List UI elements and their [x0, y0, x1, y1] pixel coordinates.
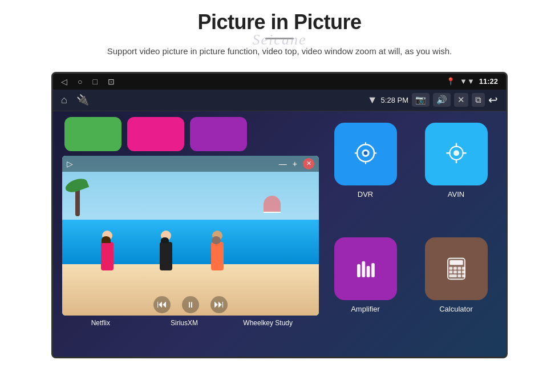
svg-rect-23 [449, 274, 456, 277]
recents-nav-icon[interactable]: □ [92, 77, 97, 86]
pip-close-btn[interactable]: ✕ [303, 158, 314, 169]
status-bar-right: 📍 ▼▼ 11:22 [446, 77, 498, 86]
back-nav-icon[interactable]: ◁ [61, 77, 67, 86]
svg-rect-20 [453, 270, 457, 273]
umbrella [264, 196, 281, 213]
svg-rect-25 [462, 274, 465, 277]
wheelkey-label: Wheelkey Study [226, 319, 310, 327]
wifi-toolbar-icon: ▼ [367, 94, 378, 106]
home-nav-icon[interactable]: ○ [78, 77, 82, 86]
icons-grid: DVR AVIN [315, 111, 506, 357]
pip-controls-bar: ▷ — + ✕ [62, 156, 319, 172]
page-title: Picture in Picture [34, 10, 525, 34]
pip-minimize-btn[interactable]: — [279, 159, 287, 168]
svg-rect-15 [449, 266, 452, 269]
toolbar-right: ▼ 5:28 PM 📷 🔊 ✕ ⧉ ↩ [367, 93, 498, 107]
avin-icon [425, 123, 488, 185]
prev-btn[interactable]: ⏮ [153, 296, 171, 313]
signal-icon: ▼▼ [460, 77, 475, 86]
device-frame: ◁ ○ □ ⊡ 📍 ▼▼ 11:22 ⌂ 🔌 ▼ 5:28 PM 📷 🔊 ✕ ⧉… [51, 72, 508, 358]
title-divider [265, 38, 294, 39]
close-toolbar-icon[interactable]: ✕ [454, 93, 468, 107]
svg-rect-10 [362, 261, 365, 277]
page-subtitle: Support video picture in picture functio… [34, 45, 525, 58]
page-header: Picture in Picture Seicane Support video… [0, 0, 559, 72]
app-labels-row: Netflix SiriusXM Wheelkey Study [59, 316, 310, 329]
svg-point-4 [453, 150, 459, 156]
play-btn[interactable]: ⏸ [182, 296, 199, 313]
calculator-icon [425, 237, 488, 300]
svg-rect-9 [357, 264, 360, 277]
netflix-label: Netflix [59, 319, 143, 327]
svg-rect-21 [457, 270, 461, 273]
volume-toolbar-icon[interactable]: 🔊 [433, 93, 451, 107]
status-bar: ◁ ○ □ ⊡ 📍 ▼▼ 11:22 [53, 74, 506, 90]
pip-toolbar-icon[interactable]: ⧉ [472, 93, 485, 107]
app-card-calculator[interactable]: Calculator [414, 237, 498, 345]
netflix-icon-placeholder[interactable] [64, 117, 121, 151]
app-card-dvr[interactable]: DVR [323, 123, 407, 231]
dvr-icon [334, 123, 397, 185]
siriusxm-label: SiriusXM [143, 319, 226, 327]
app-row-top [59, 117, 247, 151]
status-time: 11:22 [479, 77, 498, 86]
status-bar-left: ◁ ○ □ ⊡ [61, 77, 115, 86]
amplifier-label: Amplifier [351, 305, 380, 313]
back-toolbar-icon[interactable]: ↩ [488, 93, 498, 107]
screenshot-nav-icon[interactable]: ⊡ [108, 77, 115, 86]
dvr-label: DVR [358, 190, 373, 199]
pip-video-scene [62, 156, 319, 316]
siriusxm-icon-placeholder[interactable] [127, 117, 184, 151]
svg-rect-24 [457, 274, 461, 277]
svg-rect-12 [371, 263, 375, 277]
pip-container: ▷ — + ✕ [62, 156, 319, 316]
figure-2 [160, 231, 172, 270]
app-card-avin[interactable]: AVIN [414, 123, 498, 231]
svg-point-2 [363, 151, 367, 155]
palm-tree-trunk [75, 188, 80, 216]
pip-section: ▷ — + ✕ [53, 111, 315, 357]
pip-media-controls: ⏮ ⏸ ⏭ [62, 296, 319, 313]
device-main: ▷ — + ✕ [53, 111, 506, 357]
amplifier-icon [334, 237, 397, 300]
usb-icon[interactable]: 🔌 [76, 94, 89, 106]
toolbar-time: 5:28 PM [381, 96, 408, 104]
svg-rect-16 [453, 266, 457, 269]
svg-rect-17 [457, 266, 461, 269]
home-icon[interactable]: ⌂ [61, 94, 67, 106]
location-icon: 📍 [446, 77, 455, 86]
wheelkey-icon-placeholder[interactable] [190, 117, 247, 151]
svg-rect-22 [462, 270, 465, 273]
pip-record-icon: ▷ [67, 159, 73, 168]
pip-ctrl-group: — + ✕ [279, 158, 314, 169]
next-btn[interactable]: ⏭ [210, 296, 228, 313]
calculator-label: Calculator [439, 305, 473, 313]
svg-rect-19 [449, 270, 452, 273]
svg-rect-14 [449, 260, 463, 265]
toolbar-left: ⌂ 🔌 [61, 94, 89, 106]
avin-label: AVIN [448, 190, 464, 199]
svg-rect-18 [462, 266, 465, 269]
camera-toolbar-icon[interactable]: 📷 [412, 93, 430, 107]
figure-1 [101, 231, 114, 270]
app-card-amplifier[interactable]: Amplifier [323, 237, 407, 345]
figure-3 [211, 231, 224, 270]
toolbar: ⌂ 🔌 ▼ 5:28 PM 📷 🔊 ✕ ⧉ ↩ [53, 90, 506, 111]
pip-expand-btn[interactable]: + [293, 159, 297, 168]
svg-rect-11 [366, 266, 370, 277]
